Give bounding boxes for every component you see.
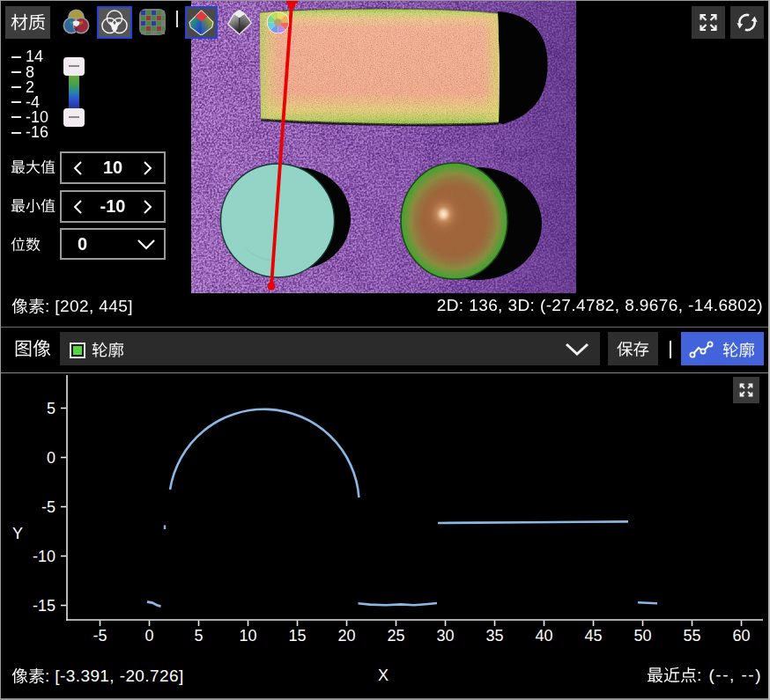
svg-text:55: 55 <box>683 627 700 645</box>
svg-text:60: 60 <box>732 627 750 645</box>
svg-text:40: 40 <box>535 627 552 645</box>
svg-text:0: 0 <box>144 627 153 645</box>
svg-text:30: 30 <box>436 627 454 645</box>
svg-text:25: 25 <box>387 627 404 645</box>
svg-text:-5: -5 <box>93 627 107 645</box>
svg-text:0: 0 <box>47 449 56 467</box>
svg-text:20: 20 <box>337 627 355 645</box>
svg-text:5: 5 <box>194 627 203 645</box>
svg-text:Y: Y <box>12 525 23 542</box>
svg-text:35: 35 <box>485 627 503 645</box>
svg-text:X: X <box>378 667 389 684</box>
svg-text:10: 10 <box>239 627 256 645</box>
svg-text:45: 45 <box>584 627 602 645</box>
svg-text:15: 15 <box>288 627 306 645</box>
svg-text:-10: -10 <box>33 548 56 565</box>
svg-text:5: 5 <box>47 400 56 417</box>
svg-text:-15: -15 <box>33 597 56 615</box>
svg-text:50: 50 <box>633 627 651 645</box>
svg-text:-5: -5 <box>41 498 56 516</box>
